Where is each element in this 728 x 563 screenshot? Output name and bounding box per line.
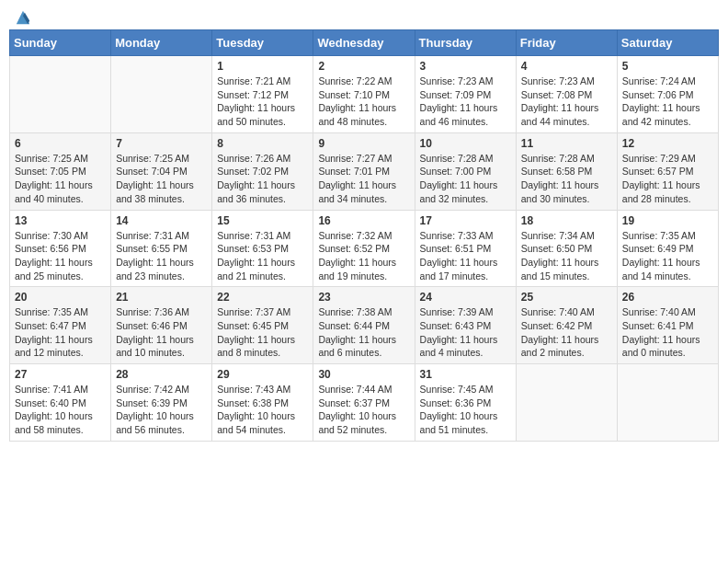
daylight-label: Daylight: 10 hours and 52 minutes.	[318, 410, 396, 435]
calendar-table: SundayMondayTuesdayWednesdayThursdayFrid…	[9, 29, 719, 442]
day-number: 7	[116, 137, 207, 150]
calendar-cell: 25 Sunrise: 7:40 AM Sunset: 6:42 PM Dayl…	[516, 287, 617, 364]
calendar-week-2: 6 Sunrise: 7:25 AM Sunset: 7:05 PM Dayli…	[10, 132, 719, 210]
sunset-label: Sunset: 6:41 PM	[622, 320, 694, 331]
daylight-label: Daylight: 11 hours and 6 minutes.	[318, 334, 396, 359]
sunset-label: Sunset: 7:04 PM	[116, 166, 188, 177]
sunset-label: Sunset: 6:50 PM	[521, 243, 593, 254]
calendar-cell: 5 Sunrise: 7:24 AM Sunset: 7:06 PM Dayli…	[617, 56, 718, 133]
day-info: Sunrise: 7:25 AM Sunset: 7:04 PM Dayligh…	[116, 152, 207, 206]
daylight-label: Daylight: 11 hours and 30 minutes.	[521, 179, 599, 204]
daylight-label: Daylight: 11 hours and 38 minutes.	[116, 179, 194, 204]
day-number: 20	[15, 291, 106, 304]
calendar-cell: 29 Sunrise: 7:43 AM Sunset: 6:38 PM Dayl…	[212, 364, 313, 442]
day-number: 16	[318, 214, 409, 227]
day-number: 10	[420, 137, 511, 150]
day-info: Sunrise: 7:45 AM Sunset: 6:36 PM Dayligh…	[420, 383, 511, 437]
day-number: 23	[318, 291, 409, 304]
day-info: Sunrise: 7:27 AM Sunset: 7:01 PM Dayligh…	[318, 152, 409, 206]
sunrise-label: Sunrise: 7:43 AM	[217, 384, 290, 395]
sunrise-label: Sunrise: 7:40 AM	[521, 306, 595, 317]
logo	[13, 9, 31, 22]
sunrise-label: Sunrise: 7:44 AM	[318, 384, 392, 395]
calendar-cell: 30 Sunrise: 7:44 AM Sunset: 6:37 PM Dayl…	[313, 364, 415, 442]
day-info: Sunrise: 7:34 AM Sunset: 6:50 PM Dayligh…	[521, 229, 612, 283]
sunrise-label: Sunrise: 7:27 AM	[318, 153, 392, 164]
daylight-label: Daylight: 11 hours and 4 minutes.	[420, 334, 498, 359]
sunset-label: Sunset: 6:45 PM	[217, 320, 289, 331]
sunrise-label: Sunrise: 7:34 AM	[521, 230, 595, 241]
daylight-label: Daylight: 11 hours and 40 minutes.	[15, 179, 93, 204]
daylight-label: Daylight: 11 hours and 17 minutes.	[420, 257, 498, 282]
day-info: Sunrise: 7:38 AM Sunset: 6:44 PM Dayligh…	[318, 305, 409, 360]
calendar-cell: 16 Sunrise: 7:32 AM Sunset: 6:52 PM Dayl…	[313, 210, 415, 287]
sunset-label: Sunset: 6:40 PM	[15, 397, 86, 408]
sunset-label: Sunset: 7:02 PM	[217, 166, 289, 177]
sunrise-label: Sunrise: 7:31 AM	[217, 230, 290, 241]
sunrise-label: Sunrise: 7:32 AM	[318, 230, 392, 241]
daylight-label: Daylight: 11 hours and 25 minutes.	[15, 257, 93, 282]
day-number: 2	[318, 60, 409, 73]
calendar-cell: 11 Sunrise: 7:28 AM Sunset: 6:58 PM Dayl…	[516, 132, 617, 210]
calendar-cell: 13 Sunrise: 7:30 AM Sunset: 6:56 PM Dayl…	[10, 210, 111, 287]
day-info: Sunrise: 7:26 AM Sunset: 7:02 PM Dayligh…	[217, 152, 308, 206]
calendar-cell: 24 Sunrise: 7:39 AM Sunset: 6:43 PM Dayl…	[415, 287, 516, 364]
sunrise-label: Sunrise: 7:40 AM	[622, 306, 696, 317]
calendar-cell	[111, 56, 212, 133]
day-number: 3	[420, 60, 511, 73]
day-info: Sunrise: 7:30 AM Sunset: 6:56 PM Dayligh…	[15, 229, 106, 283]
sunrise-label: Sunrise: 7:22 AM	[318, 75, 392, 86]
day-info: Sunrise: 7:35 AM Sunset: 6:49 PM Dayligh…	[622, 229, 713, 283]
sunset-label: Sunset: 6:57 PM	[622, 166, 694, 177]
sunset-label: Sunset: 6:51 PM	[420, 243, 492, 254]
calendar-cell: 26 Sunrise: 7:40 AM Sunset: 6:41 PM Dayl…	[617, 287, 718, 364]
sunrise-label: Sunrise: 7:38 AM	[318, 306, 392, 317]
daylight-label: Daylight: 11 hours and 36 minutes.	[217, 179, 295, 204]
calendar-header-row: SundayMondayTuesdayWednesdayThursdayFrid…	[10, 30, 719, 56]
day-info: Sunrise: 7:43 AM Sunset: 6:38 PM Dayligh…	[217, 383, 308, 437]
day-header-friday: Friday	[516, 30, 617, 56]
day-number: 22	[217, 291, 308, 304]
calendar-cell	[617, 364, 718, 442]
sunrise-label: Sunrise: 7:33 AM	[420, 230, 494, 241]
sunrise-label: Sunrise: 7:29 AM	[622, 153, 696, 164]
daylight-label: Daylight: 11 hours and 0 minutes.	[622, 334, 700, 359]
daylight-label: Daylight: 10 hours and 58 minutes.	[15, 410, 93, 435]
sunset-label: Sunset: 7:09 PM	[420, 89, 492, 100]
page-header	[9, 9, 719, 22]
calendar-cell: 1 Sunrise: 7:21 AM Sunset: 7:12 PM Dayli…	[212, 56, 313, 133]
sunrise-label: Sunrise: 7:35 AM	[15, 306, 88, 317]
daylight-label: Daylight: 11 hours and 15 minutes.	[521, 257, 599, 282]
day-info: Sunrise: 7:29 AM Sunset: 6:57 PM Dayligh…	[622, 152, 713, 206]
daylight-label: Daylight: 11 hours and 21 minutes.	[217, 257, 295, 282]
daylight-label: Daylight: 10 hours and 54 minutes.	[217, 410, 295, 435]
calendar-cell: 21 Sunrise: 7:36 AM Sunset: 6:46 PM Dayl…	[111, 287, 212, 364]
sunset-label: Sunset: 6:38 PM	[217, 397, 289, 408]
daylight-label: Daylight: 11 hours and 23 minutes.	[116, 257, 194, 282]
day-info: Sunrise: 7:25 AM Sunset: 7:05 PM Dayligh…	[15, 152, 106, 206]
logo-icon	[15, 9, 31, 26]
sunrise-label: Sunrise: 7:35 AM	[622, 230, 696, 241]
calendar-cell: 18 Sunrise: 7:34 AM Sunset: 6:50 PM Dayl…	[516, 210, 617, 287]
sunrise-label: Sunrise: 7:36 AM	[116, 306, 189, 317]
day-number: 30	[318, 368, 409, 381]
day-header-tuesday: Tuesday	[212, 30, 313, 56]
sunrise-label: Sunrise: 7:31 AM	[116, 230, 189, 241]
sunrise-label: Sunrise: 7:42 AM	[116, 384, 189, 395]
sunset-label: Sunset: 7:01 PM	[318, 166, 390, 177]
sunset-label: Sunset: 6:46 PM	[116, 320, 188, 331]
calendar-cell: 31 Sunrise: 7:45 AM Sunset: 6:36 PM Dayl…	[415, 364, 516, 442]
day-number: 1	[217, 60, 308, 73]
calendar-cell	[10, 56, 111, 133]
sunset-label: Sunset: 6:44 PM	[318, 320, 390, 331]
day-number: 8	[217, 137, 308, 150]
day-number: 18	[521, 214, 612, 227]
day-number: 28	[116, 368, 207, 381]
sunset-label: Sunset: 6:52 PM	[318, 243, 390, 254]
day-info: Sunrise: 7:32 AM Sunset: 6:52 PM Dayligh…	[318, 229, 409, 283]
day-info: Sunrise: 7:22 AM Sunset: 7:10 PM Dayligh…	[318, 75, 409, 129]
day-info: Sunrise: 7:36 AM Sunset: 6:46 PM Dayligh…	[116, 305, 207, 360]
sunset-label: Sunset: 6:42 PM	[521, 320, 593, 331]
day-info: Sunrise: 7:35 AM Sunset: 6:47 PM Dayligh…	[15, 305, 106, 360]
daylight-label: Daylight: 11 hours and 44 minutes.	[521, 102, 599, 127]
